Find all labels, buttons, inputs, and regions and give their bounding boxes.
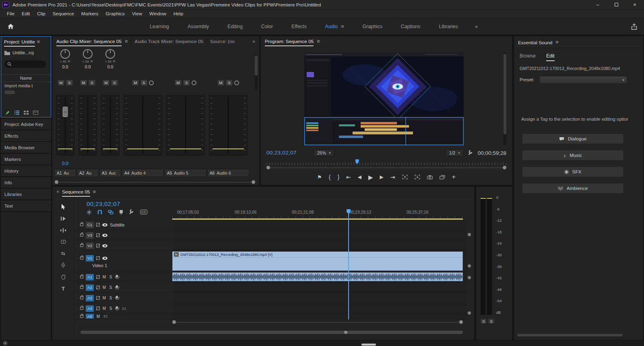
go-to-in-button[interactable]: ⇤ xyxy=(346,174,351,180)
track-header-a1[interactable]: A1 M S xyxy=(74,272,172,282)
play-button[interactable]: ▶ xyxy=(368,174,373,180)
pan-knob[interactable] xyxy=(54,49,76,59)
track-name-cell[interactable]: A5 Audio 5 xyxy=(165,169,206,177)
selection-tool[interactable] xyxy=(59,204,68,210)
program-zoom-scrollbar[interactable] xyxy=(266,166,506,169)
panel-menu-icon[interactable]: ≡ xyxy=(317,39,320,44)
mute-button[interactable]: M xyxy=(102,306,106,311)
voiceover-mic-icon[interactable] xyxy=(115,306,119,311)
sync-lock-icon[interactable] xyxy=(96,233,100,237)
playback-resolution-dropdown[interactable]: 1/2 ▾ xyxy=(446,149,463,157)
ripple-edit-tool[interactable] xyxy=(59,227,68,233)
panel-tab-history[interactable]: History xyxy=(1,165,51,176)
track-scroll-handle[interactable] xyxy=(468,276,471,279)
menu-sequence[interactable]: Sequence xyxy=(49,11,78,16)
tag-dialogue-button[interactable]: Dialogue xyxy=(522,134,623,144)
mute-button[interactable]: M xyxy=(80,80,87,86)
home-button[interactable] xyxy=(7,23,14,31)
lock-icon[interactable] xyxy=(80,257,83,260)
tag-ambience-button[interactable]: Ambience xyxy=(522,183,623,194)
nest-sequence-icon[interactable] xyxy=(87,210,92,215)
linked-selection-icon[interactable] xyxy=(108,210,114,214)
mute-button[interactable]: M xyxy=(58,80,64,86)
mute-button[interactable]: M xyxy=(175,80,182,86)
solo-button[interactable]: S xyxy=(89,80,95,86)
tab-audio-clip-mixer[interactable]: Audio Clip Mixer: Sequence 05 xyxy=(56,37,122,46)
panel-menu-icon[interactable]: ≡ xyxy=(555,39,559,45)
mixer-scrollbar-horizontal[interactable] xyxy=(55,180,255,184)
essential-sound-tab[interactable]: Essential Sound xyxy=(518,38,552,47)
zoom-level-dropdown[interactable]: 25% ▾ xyxy=(314,149,334,157)
menu-help[interactable]: Help xyxy=(170,11,187,16)
panel-menu-icon[interactable]: ≡ xyxy=(125,39,128,44)
voiceover-mic-icon[interactable] xyxy=(115,285,119,290)
track-name-cell[interactable]: A1 Au xyxy=(54,169,76,177)
lane-a4[interactable] xyxy=(172,303,467,314)
track-badge[interactable]: V1 xyxy=(86,255,94,262)
mark-out-button[interactable]: } xyxy=(337,174,339,180)
volume-fader[interactable] xyxy=(124,95,162,155)
name-column-header[interactable]: Name xyxy=(1,74,51,82)
track-scroll-handle[interactable] xyxy=(468,264,471,268)
program-scrollbar-vertical[interactable] xyxy=(504,52,506,146)
workspace-overflow-button[interactable]: » xyxy=(475,23,478,29)
extract-button[interactable] xyxy=(415,175,420,179)
workspace-tab-libraries[interactable]: Libraries xyxy=(439,24,458,29)
mute-button[interactable]: M xyxy=(102,285,106,290)
volume-fader[interactable] xyxy=(56,95,74,155)
timeline-timecode[interactable]: 00;23;02;07 xyxy=(87,200,120,207)
project-options-icon[interactable] xyxy=(33,111,38,115)
track-badge[interactable]: V2 xyxy=(86,243,94,249)
volume-fader[interactable] xyxy=(78,95,97,155)
tag-sfx-button[interactable]: SFX xyxy=(522,167,623,177)
audio-clip[interactable] xyxy=(172,272,463,281)
track-badge[interactable]: A3 xyxy=(86,295,94,301)
track-name-cell[interactable]: A4 Audio 4 xyxy=(122,169,164,177)
tag-music-button[interactable]: ♪ Music xyxy=(522,150,623,161)
menu-edit[interactable]: Edit xyxy=(18,11,33,16)
panel-menu-icon[interactable]: ≡ xyxy=(93,189,96,194)
solo-button[interactable]: S xyxy=(111,80,118,86)
track-header-v3[interactable]: V3 xyxy=(74,230,172,241)
lane-v1[interactable]: fx GMT20211012-170013_Recording_2048x108… xyxy=(172,251,467,272)
program-timecode[interactable]: 00;23;02;07 xyxy=(266,150,297,156)
export-share-button[interactable] xyxy=(631,23,638,31)
program-preview[interactable] xyxy=(304,53,464,145)
timeline-zoom-scrollbar[interactable] xyxy=(80,331,463,334)
tab-source-monitor[interactable]: Source: (no xyxy=(210,39,235,44)
workspace-tab-learning[interactable]: Learning xyxy=(150,24,169,29)
volume-fader[interactable] xyxy=(209,95,248,155)
lock-icon[interactable] xyxy=(80,297,83,299)
sync-lock-icon[interactable] xyxy=(96,296,100,300)
lane-a1[interactable] xyxy=(172,272,467,282)
track-badge[interactable]: A2 xyxy=(86,284,94,291)
lane-a3[interactable] xyxy=(172,293,467,303)
track-header-c1[interactable]: C1 Subtitle xyxy=(74,220,172,230)
close-panel-button[interactable]: × xyxy=(56,189,59,195)
menu-clip[interactable]: Clip xyxy=(33,11,49,16)
lock-icon[interactable] xyxy=(80,315,83,318)
workspace-tab-graphics[interactable]: Graphics xyxy=(363,24,382,29)
sync-lock-icon[interactable] xyxy=(96,244,100,247)
record-arm-button[interactable] xyxy=(192,80,196,85)
lane-a2[interactable] xyxy=(172,282,467,293)
workspace-tab-audio[interactable]: Audio≡ xyxy=(325,24,344,29)
preset-dropdown[interactable]: ▾ xyxy=(539,76,627,84)
timeline-ruler[interactable]: 00;17;05;02 00;19;13;06 00;21;21;08 00;2… xyxy=(172,208,467,218)
fader-handle[interactable] xyxy=(63,107,68,117)
panel-tab-markers[interactable]: Markers xyxy=(1,154,51,165)
program-playhead[interactable] xyxy=(355,159,359,164)
slip-tool[interactable]: ⇆ xyxy=(59,250,68,257)
panel-tab-info[interactable]: Info xyxy=(1,177,51,188)
settings-wrench-icon[interactable] xyxy=(468,150,473,156)
sync-lock-icon[interactable] xyxy=(96,307,100,310)
panel-tab-media-browser[interactable]: Media Browser xyxy=(1,142,51,153)
program-scrubber[interactable] xyxy=(266,159,506,165)
pan-knob[interactable] xyxy=(99,49,122,59)
track-label[interactable]: Video 1 xyxy=(80,263,107,268)
mute-button[interactable]: M xyxy=(103,80,109,86)
track-badge[interactable]: A1 xyxy=(86,274,94,280)
panel-overflow-button[interactable]: » xyxy=(252,39,255,44)
tab-audio-track-mixer[interactable]: Audio Track Mixer: Sequence 05 xyxy=(135,39,204,44)
panel-tab-effects[interactable]: Effects xyxy=(1,130,51,141)
